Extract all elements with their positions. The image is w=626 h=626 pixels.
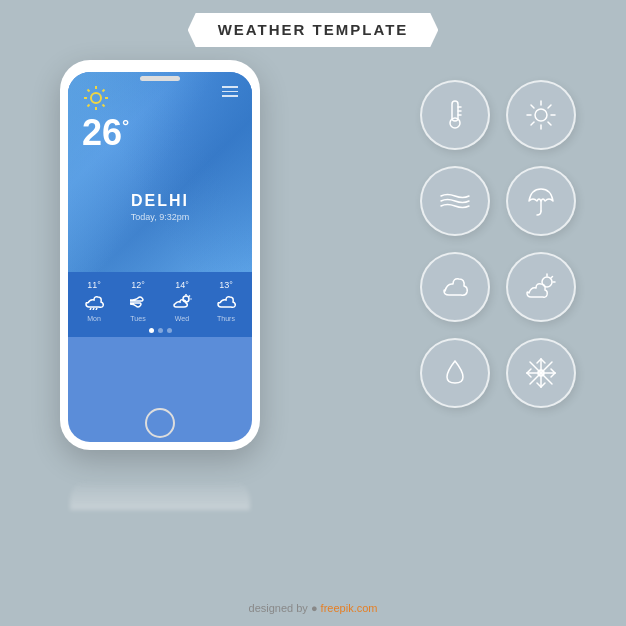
svg-line-26 <box>531 105 534 108</box>
menu-icon[interactable] <box>222 86 238 97</box>
dots-indicator <box>72 328 248 333</box>
menu-line-3 <box>222 95 238 97</box>
phone-screen: 26° DELHI Today, 9:32pm 11° <box>68 72 252 442</box>
wind-icon-circle <box>420 166 490 236</box>
umbrella-icon-circle <box>506 166 576 236</box>
degree-symbol: ° <box>122 116 129 136</box>
thermometer-icon-circle <box>420 80 490 150</box>
svg-line-9 <box>90 308 91 310</box>
phone-reflection <box>70 480 250 510</box>
snowflake-icon <box>523 355 559 391</box>
footer: designed by ● freepik.com <box>0 602 626 614</box>
svg-line-6 <box>103 105 105 107</box>
dot-2 <box>158 328 163 333</box>
forecast-temp-mon: 11° <box>87 280 101 290</box>
svg-line-34 <box>551 277 553 279</box>
screen-top: 26° DELHI Today, 9:32pm <box>68 72 252 272</box>
wind-icon <box>437 183 473 219</box>
thermometer-icon <box>437 97 473 133</box>
forecast-icon-wed <box>172 294 192 313</box>
phone-wrapper: 26° DELHI Today, 9:32pm 11° <box>60 60 260 480</box>
cloud-icon <box>437 269 473 305</box>
phone-home-button[interactable] <box>145 408 175 438</box>
footer-brand: freepik.com <box>321 602 378 614</box>
svg-line-15 <box>189 296 190 297</box>
forecast-label-thu: Thurs <box>217 315 235 322</box>
menu-line-1 <box>222 86 238 88</box>
forecast-label-wed: Wed <box>175 315 189 322</box>
svg-line-11 <box>96 308 97 310</box>
cloud-icon-circle <box>420 252 490 322</box>
raindrop-icon-circle <box>420 338 490 408</box>
dot-1 <box>149 328 154 333</box>
sun-icon <box>82 84 110 112</box>
forecast-icon-thu <box>216 294 236 313</box>
city-name: DELHI <box>68 192 252 210</box>
banner: WEATHER TEMPLATE <box>173 0 453 60</box>
dot-3 <box>167 328 172 333</box>
forecast-label-tue: Tues <box>130 315 145 322</box>
banner-ribbon: WEATHER TEMPLATE <box>188 13 439 47</box>
svg-line-7 <box>103 90 105 92</box>
menu-line-2 <box>222 91 238 93</box>
svg-line-27 <box>548 122 551 125</box>
svg-point-21 <box>535 109 547 121</box>
svg-line-5 <box>88 90 90 92</box>
temperature-display: 26° <box>82 112 129 154</box>
forecast-strip: 11° Mon 12° <box>68 272 252 337</box>
sun-circle-icon <box>506 80 576 150</box>
forecast-days: 11° Mon 12° <box>72 280 248 322</box>
partly-cloudy-icon-circle <box>506 252 576 322</box>
svg-point-17 <box>450 118 460 128</box>
forecast-day-tue: 12° Tues <box>128 280 148 322</box>
forecast-temp-tue: 12° <box>131 280 145 290</box>
phone-speaker <box>140 76 180 81</box>
forecast-day-mon: 11° Mon <box>84 280 104 322</box>
svg-line-8 <box>88 105 90 107</box>
forecast-temp-wed: 14° <box>175 280 189 290</box>
forecast-day-wed: 14° Wed <box>172 280 192 322</box>
svg-line-29 <box>531 122 534 125</box>
city-date: Today, 9:32pm <box>68 212 252 222</box>
svg-line-10 <box>93 308 94 310</box>
svg-line-28 <box>548 105 551 108</box>
umbrella-icon <box>523 183 559 219</box>
forecast-temp-thu: 13° <box>219 280 233 290</box>
banner-title: WEATHER TEMPLATE <box>218 21 409 38</box>
partly-cloudy-icon <box>523 269 559 305</box>
snowflake-icon-circle <box>506 338 576 408</box>
sun-weather-icon <box>523 97 559 133</box>
forecast-icon-tue <box>128 294 148 313</box>
phone: 26° DELHI Today, 9:32pm 11° <box>60 60 260 450</box>
forecast-day-thu: 13° Thurs <box>216 280 236 322</box>
svg-point-0 <box>91 93 101 103</box>
raindrop-icon <box>437 355 473 391</box>
weather-icons-grid <box>420 80 576 408</box>
forecast-label-mon: Mon <box>87 315 101 322</box>
forecast-icon-mon <box>84 294 104 313</box>
